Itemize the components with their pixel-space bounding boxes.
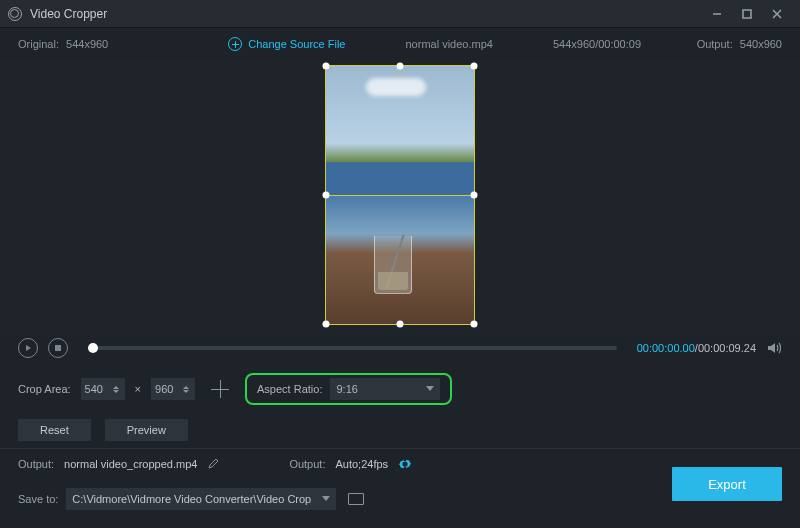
stop-icon [55, 345, 61, 351]
time-current: 00:00:00.00 [637, 342, 695, 354]
crop-frame[interactable] [325, 65, 475, 325]
output-label: Output: [697, 38, 733, 50]
time-total: /00:00:09.24 [695, 342, 756, 354]
save-to-label: Save to: [18, 493, 58, 505]
minimize-button[interactable] [702, 0, 732, 28]
crop-width-value: 540 [85, 383, 103, 395]
save-path-value: C:\Vidmore\Vidmore Video Converter\Video… [72, 493, 311, 505]
preview-area [0, 60, 800, 330]
stop-button[interactable] [48, 338, 68, 358]
timeline-playhead[interactable] [88, 343, 98, 353]
source-dims-time: 544x960/00:00:09 [553, 38, 641, 50]
crop-height-steppers[interactable] [183, 379, 193, 399]
output-dimensions: Output: 540x960 [697, 38, 782, 50]
info-bar: Original: 544x960 Change Source File nor… [0, 28, 800, 60]
original-value: 544x960 [66, 38, 108, 50]
crop-handle-tl[interactable] [323, 63, 330, 70]
preview-image-lower [326, 195, 474, 324]
export-button[interactable]: Export [672, 467, 782, 501]
aspect-ratio-dropdown[interactable]: 9:16 [330, 378, 440, 400]
crop-handle-mr[interactable] [471, 192, 478, 199]
original-dimensions: Original: 544x960 [18, 38, 108, 50]
crop-width-steppers[interactable] [113, 379, 123, 399]
output-file-label: Output: [18, 458, 54, 470]
timeline-slider[interactable] [88, 346, 617, 350]
crop-midline [326, 195, 474, 196]
crop-handle-tc[interactable] [397, 63, 404, 70]
crop-handle-bl[interactable] [323, 321, 330, 328]
preview-image-upper [326, 66, 474, 195]
preview-label: Preview [127, 424, 166, 436]
aspect-ratio-highlight: Aspect Ratio: 9:16 [245, 373, 452, 405]
svg-rect-1 [743, 10, 751, 18]
preview-button[interactable]: Preview [105, 419, 188, 441]
original-label: Original: [18, 38, 59, 50]
crop-handle-ml[interactable] [323, 192, 330, 199]
time-display: 00:00:00.00/00:00:09.24 [637, 342, 756, 354]
window-title: Video Cropper [30, 7, 702, 21]
crop-height-input[interactable]: 960 [151, 378, 195, 400]
settings-icon[interactable] [398, 457, 412, 471]
center-crop-icon[interactable] [211, 380, 229, 398]
titlebar: Video Cropper [0, 0, 800, 28]
maximize-button[interactable] [732, 0, 762, 28]
change-source-button[interactable]: Change Source File [228, 37, 345, 51]
edit-filename-icon[interactable] [207, 458, 219, 470]
change-source-label: Change Source File [248, 38, 345, 50]
aspect-ratio-value: 9:16 [336, 383, 357, 395]
open-folder-icon[interactable] [348, 493, 364, 505]
plus-icon [228, 37, 242, 51]
source-filename: normal video.mp4 [405, 38, 492, 50]
reset-button[interactable]: Reset [18, 419, 91, 441]
app-icon [8, 7, 22, 21]
save-path-dropdown[interactable]: C:\Vidmore\Vidmore Video Converter\Video… [66, 488, 336, 510]
crop-handle-tr[interactable] [471, 63, 478, 70]
times-symbol: × [135, 383, 141, 395]
output-format: Auto;24fps [335, 458, 388, 470]
reset-label: Reset [40, 424, 69, 436]
volume-icon[interactable] [766, 340, 782, 356]
crop-controls: Crop Area: 540 × 960 Aspect Ratio: 9:16 [0, 366, 800, 412]
play-icon [26, 345, 31, 351]
aspect-ratio-label: Aspect Ratio: [257, 383, 322, 395]
crop-height-value: 960 [155, 383, 173, 395]
output-filename: normal video_cropped.mp4 [64, 458, 197, 470]
play-button[interactable] [18, 338, 38, 358]
output-value: 540x960 [740, 38, 782, 50]
playback-bar: 00:00:00.00/00:00:09.24 [0, 330, 800, 366]
output-format-label: Output: [289, 458, 325, 470]
crop-area-label: Crop Area: [18, 383, 71, 395]
export-label: Export [708, 477, 746, 492]
close-button[interactable] [762, 0, 792, 28]
crop-handle-bc[interactable] [397, 321, 404, 328]
action-buttons: Reset Preview [0, 412, 800, 448]
crop-handle-br[interactable] [471, 321, 478, 328]
crop-width-input[interactable]: 540 [81, 378, 125, 400]
